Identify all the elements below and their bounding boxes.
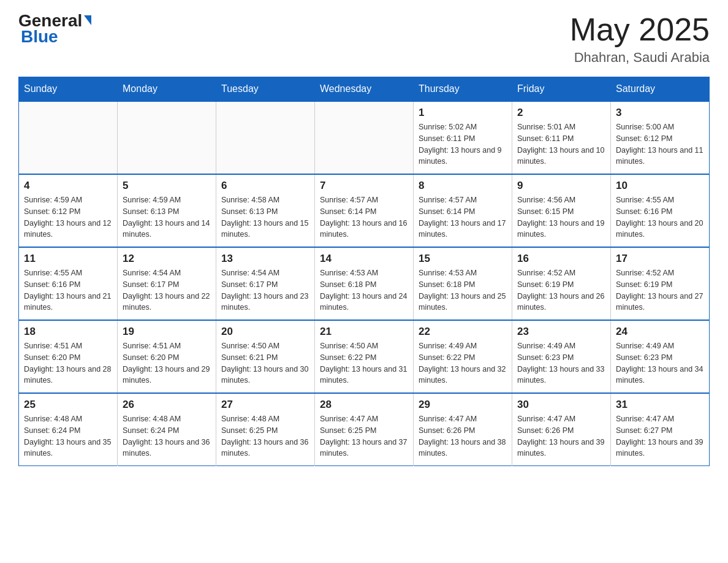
day-info: Sunrise: 4:55 AM Sunset: 6:16 PM Dayligh… [24, 267, 112, 313]
calendar-cell [118, 101, 216, 174]
day-info: Sunrise: 4:47 AM Sunset: 6:25 PM Dayligh… [320, 413, 408, 459]
day-info: Sunrise: 5:02 AM Sunset: 6:11 PM Dayligh… [419, 121, 507, 167]
day-info: Sunrise: 4:48 AM Sunset: 6:24 PM Dayligh… [123, 413, 211, 459]
day-number: 9 [517, 180, 605, 192]
day-info: Sunrise: 4:52 AM Sunset: 6:19 PM Dayligh… [517, 267, 605, 313]
day-number: 20 [221, 326, 309, 338]
location-title: Dhahran, Saudi Arabia [570, 50, 710, 66]
calendar-table: SundayMondayTuesdayWednesdayThursdayFrid… [18, 77, 710, 466]
day-number: 1 [419, 107, 507, 119]
calendar-cell: 9Sunrise: 4:56 AM Sunset: 6:15 PM Daylig… [512, 174, 611, 247]
calendar-cell: 12Sunrise: 4:54 AM Sunset: 6:17 PM Dayli… [118, 247, 216, 320]
day-info: Sunrise: 4:54 AM Sunset: 6:17 PM Dayligh… [221, 267, 309, 313]
day-number: 27 [221, 399, 309, 411]
calendar-cell: 11Sunrise: 4:55 AM Sunset: 6:16 PM Dayli… [19, 247, 118, 320]
day-info: Sunrise: 5:00 AM Sunset: 6:12 PM Dayligh… [616, 121, 704, 167]
calendar-cell: 17Sunrise: 4:52 AM Sunset: 6:19 PM Dayli… [611, 247, 710, 320]
day-info: Sunrise: 4:58 AM Sunset: 6:13 PM Dayligh… [221, 194, 309, 240]
calendar-cell [19, 101, 118, 174]
col-header-friday: Friday [512, 77, 611, 102]
calendar-cell: 19Sunrise: 4:51 AM Sunset: 6:20 PM Dayli… [118, 320, 216, 393]
col-header-thursday: Thursday [414, 77, 512, 102]
calendar-cell: 3Sunrise: 5:00 AM Sunset: 6:12 PM Daylig… [611, 101, 710, 174]
col-header-wednesday: Wednesday [315, 77, 414, 102]
calendar-cell: 25Sunrise: 4:48 AM Sunset: 6:24 PM Dayli… [19, 393, 118, 466]
logo-triangle-icon [84, 15, 91, 25]
month-title: May 2025 [570, 12, 710, 47]
calendar-cell: 23Sunrise: 4:49 AM Sunset: 6:23 PM Dayli… [512, 320, 611, 393]
day-info: Sunrise: 4:57 AM Sunset: 6:14 PM Dayligh… [419, 194, 507, 240]
day-info: Sunrise: 5:01 AM Sunset: 6:11 PM Dayligh… [517, 121, 605, 167]
calendar-cell: 6Sunrise: 4:58 AM Sunset: 6:13 PM Daylig… [216, 174, 315, 247]
day-info: Sunrise: 4:49 AM Sunset: 6:23 PM Dayligh… [517, 340, 605, 386]
day-number: 17 [616, 253, 704, 265]
day-number: 5 [123, 180, 211, 192]
day-number: 16 [517, 253, 605, 265]
calendar-cell: 8Sunrise: 4:57 AM Sunset: 6:14 PM Daylig… [414, 174, 512, 247]
calendar-cell: 22Sunrise: 4:49 AM Sunset: 6:22 PM Dayli… [414, 320, 512, 393]
calendar-week-row: 1Sunrise: 5:02 AM Sunset: 6:11 PM Daylig… [19, 101, 710, 174]
page-header: General Blue May 2025 Dhahran, Saudi Ara… [18, 12, 710, 66]
day-info: Sunrise: 4:50 AM Sunset: 6:22 PM Dayligh… [320, 340, 408, 386]
day-info: Sunrise: 4:48 AM Sunset: 6:24 PM Dayligh… [24, 413, 112, 459]
day-number: 31 [616, 399, 704, 411]
calendar-cell [315, 101, 414, 174]
day-info: Sunrise: 4:48 AM Sunset: 6:25 PM Dayligh… [221, 413, 309, 459]
day-number: 23 [517, 326, 605, 338]
day-info: Sunrise: 4:59 AM Sunset: 6:13 PM Dayligh… [123, 194, 211, 240]
day-info: Sunrise: 4:54 AM Sunset: 6:17 PM Dayligh… [123, 267, 211, 313]
day-number: 2 [517, 107, 605, 119]
day-info: Sunrise: 4:53 AM Sunset: 6:18 PM Dayligh… [320, 267, 408, 313]
calendar-cell: 29Sunrise: 4:47 AM Sunset: 6:26 PM Dayli… [414, 393, 512, 466]
calendar-cell: 4Sunrise: 4:59 AM Sunset: 6:12 PM Daylig… [19, 174, 118, 247]
day-info: Sunrise: 4:57 AM Sunset: 6:14 PM Dayligh… [320, 194, 408, 240]
day-info: Sunrise: 4:51 AM Sunset: 6:20 PM Dayligh… [123, 340, 211, 386]
day-info: Sunrise: 4:49 AM Sunset: 6:23 PM Dayligh… [616, 340, 704, 386]
calendar-cell: 27Sunrise: 4:48 AM Sunset: 6:25 PM Dayli… [216, 393, 315, 466]
day-number: 6 [221, 180, 309, 192]
calendar-week-row: 4Sunrise: 4:59 AM Sunset: 6:12 PM Daylig… [19, 174, 710, 247]
day-number: 24 [616, 326, 704, 338]
calendar-cell: 26Sunrise: 4:48 AM Sunset: 6:24 PM Dayli… [118, 393, 216, 466]
day-number: 8 [419, 180, 507, 192]
calendar-cell: 7Sunrise: 4:57 AM Sunset: 6:14 PM Daylig… [315, 174, 414, 247]
day-number: 13 [221, 253, 309, 265]
day-number: 10 [616, 180, 704, 192]
col-header-monday: Monday [118, 77, 216, 102]
day-number: 3 [616, 107, 704, 119]
day-info: Sunrise: 4:50 AM Sunset: 6:21 PM Dayligh… [221, 340, 309, 386]
day-number: 4 [24, 180, 112, 192]
day-info: Sunrise: 4:53 AM Sunset: 6:18 PM Dayligh… [419, 267, 507, 313]
calendar-cell [216, 101, 315, 174]
day-number: 26 [123, 399, 211, 411]
day-info: Sunrise: 4:51 AM Sunset: 6:20 PM Dayligh… [24, 340, 112, 386]
col-header-sunday: Sunday [19, 77, 118, 102]
day-info: Sunrise: 4:47 AM Sunset: 6:26 PM Dayligh… [517, 413, 605, 459]
calendar-cell: 2Sunrise: 5:01 AM Sunset: 6:11 PM Daylig… [512, 101, 611, 174]
day-number: 12 [123, 253, 211, 265]
day-number: 11 [24, 253, 112, 265]
calendar-cell: 31Sunrise: 4:47 AM Sunset: 6:27 PM Dayli… [611, 393, 710, 466]
day-number: 29 [419, 399, 507, 411]
logo: General Blue [18, 12, 91, 47]
day-number: 28 [320, 399, 408, 411]
calendar-cell: 24Sunrise: 4:49 AM Sunset: 6:23 PM Dayli… [611, 320, 710, 393]
calendar-cell: 20Sunrise: 4:50 AM Sunset: 6:21 PM Dayli… [216, 320, 315, 393]
calendar-week-row: 25Sunrise: 4:48 AM Sunset: 6:24 PM Dayli… [19, 393, 710, 466]
calendar-cell: 15Sunrise: 4:53 AM Sunset: 6:18 PM Dayli… [414, 247, 512, 320]
day-number: 15 [419, 253, 507, 265]
calendar-cell: 28Sunrise: 4:47 AM Sunset: 6:25 PM Dayli… [315, 393, 414, 466]
day-number: 21 [320, 326, 408, 338]
day-number: 19 [123, 326, 211, 338]
day-number: 30 [517, 399, 605, 411]
title-block: May 2025 Dhahran, Saudi Arabia [570, 12, 710, 66]
day-info: Sunrise: 4:47 AM Sunset: 6:27 PM Dayligh… [616, 413, 704, 459]
calendar-cell: 30Sunrise: 4:47 AM Sunset: 6:26 PM Dayli… [512, 393, 611, 466]
day-number: 18 [24, 326, 112, 338]
day-info: Sunrise: 4:52 AM Sunset: 6:19 PM Dayligh… [616, 267, 704, 313]
calendar-week-row: 11Sunrise: 4:55 AM Sunset: 6:16 PM Dayli… [19, 247, 710, 320]
col-header-tuesday: Tuesday [216, 77, 315, 102]
day-info: Sunrise: 4:49 AM Sunset: 6:22 PM Dayligh… [419, 340, 507, 386]
logo-blue-text: Blue [20, 27, 58, 47]
calendar-cell: 5Sunrise: 4:59 AM Sunset: 6:13 PM Daylig… [118, 174, 216, 247]
